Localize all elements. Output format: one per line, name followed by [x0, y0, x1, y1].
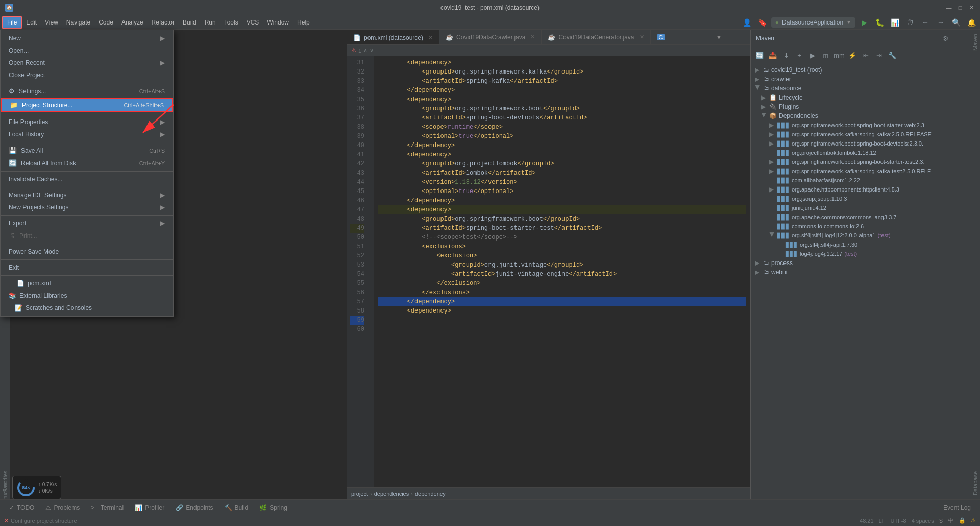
breadcrumb-dependencies[interactable]: dependencies [374, 491, 409, 497]
maven-dep-5[interactable]: ▶ ▊▊▊ org.springframework.boot:spring-bo… [751, 157, 970, 166]
menu-file-properties[interactable]: File Properties ▶ [1, 116, 173, 128]
menu-exit[interactable]: Exit [1, 261, 173, 274]
menu-open[interactable]: Open... [1, 44, 173, 57]
maven-close-btn[interactable]: — [953, 33, 965, 44]
maven-dep-9[interactable]: ▶ ▊▊▊ org.jsoup:jsoup:1.10.3 [751, 194, 970, 203]
menu-reload[interactable]: 🔄 Reload All from Disk Ctrl+Alt+Y [1, 157, 173, 170]
menu-open-recent[interactable]: Open Recent ▶ [1, 57, 173, 69]
menu-tools[interactable]: Tools [220, 17, 242, 28]
close-btn[interactable]: ✕ [968, 4, 975, 11]
coverage-btn[interactable]: 📊 [888, 16, 901, 29]
menu-save-all[interactable]: 💾 Save All Ctrl+S [1, 144, 173, 157]
menu-navigate[interactable]: Navigate [62, 17, 94, 28]
maven-expand-btn[interactable]: ⇥ [873, 50, 885, 61]
maven-dep-4[interactable]: ▶ ▊▊▊ org.projectlombok:lombok:1.18.12 [751, 148, 970, 157]
tab-profiler[interactable]: 📊 Profiler [130, 502, 169, 513]
performance-widget[interactable]: 84× ↑ 0.7K/s ↓ 0K/s [12, 476, 61, 499]
search-everywhere-btn[interactable]: 🔍 [949, 16, 963, 29]
menu-new-projects[interactable]: New Projects Settings ▶ [1, 201, 173, 213]
tab-pom-xml[interactable]: 📄 pom.xml (datasource) ✕ [347, 30, 439, 44]
maven-add-btn[interactable]: + [794, 50, 805, 61]
sidebar-structure-icon[interactable]: Structure [0, 488, 10, 498]
tab-problems[interactable]: ⚠ Problems [40, 502, 85, 513]
tabs-overflow-btn[interactable]: ▼ [712, 30, 726, 44]
maven-reimport-btn[interactable]: 📥 [767, 50, 778, 61]
maven-lifecycle[interactable]: ▶ 📋 Lifecycle [751, 93, 970, 102]
menu-edit[interactable]: Edit [22, 17, 41, 28]
menu-code[interactable]: Code [94, 17, 117, 28]
maven-plugins[interactable]: ▶ 🔌 Plugins [751, 102, 970, 111]
maven-dep-10[interactable]: ▶ ▊▊▊ junit:junit:4.12 [751, 203, 970, 212]
maven-dep-2[interactable]: ▶ ▊▊▊ org.springframework.kafka:spring-k… [751, 130, 970, 139]
generator-close[interactable]: ✕ [640, 34, 644, 40]
pom-xml-close[interactable]: ✕ [428, 34, 433, 41]
tab-crawler[interactable]: ☕ Covid19DataCrawler.java ✕ [439, 30, 542, 44]
code-content[interactable]: <dependency> <groupId>org.springframewor… [374, 56, 750, 487]
profile-btn[interactable]: ⏱ [903, 16, 917, 29]
database-sidebar-label[interactable]: Database [970, 467, 980, 499]
minimize-btn[interactable]: — [945, 4, 952, 11]
tab-event-log[interactable]: Event Log [938, 502, 976, 513]
maven-dep-8[interactable]: ▶ ▊▊▊ org.apache.httpcomponents:httpclie… [751, 185, 970, 194]
maven-dep-1[interactable]: ▶ ▊▊▊ org.springframework.boot:spring-bo… [751, 121, 970, 130]
maven-refresh-btn[interactable]: 🔄 [754, 50, 765, 61]
maven-dep-6[interactable]: ▶ ▊▊▊ org.springframework.kafka:spring-k… [751, 166, 970, 176]
maven-dep-slf4j-api[interactable]: ▶ ▊▊▊ org.slf4j:slf4j-api:1.7.30 [751, 240, 970, 249]
maven-run-mm-btn[interactable]: mm [834, 50, 845, 61]
maximize-btn[interactable]: □ [957, 4, 964, 11]
maven-crawler[interactable]: ▶ 🗂 crawler [751, 75, 970, 84]
maven-wrench-btn[interactable]: 🔧 [887, 50, 898, 61]
commit-icon[interactable]: 👤 [741, 16, 754, 29]
maven-dep-slf4j[interactable]: ▶ ▊▊▊ org.slf4j:slf4j-log4j12:2.0.0-alph… [751, 231, 970, 240]
menu-manage-ide[interactable]: Manage IDE Settings ▶ [1, 189, 173, 201]
maven-run-btn[interactable]: ▶ [807, 50, 818, 61]
maven-run-lightning-btn[interactable]: ⚡ [847, 50, 858, 61]
menu-new[interactable]: New ▶ [1, 32, 173, 44]
back-btn[interactable]: ← [919, 16, 932, 29]
menu-settings[interactable]: ⚙ Settings... Ctrl+Alt+S [1, 85, 173, 98]
tab-endpoints[interactable]: 🔗 Endpoints [170, 502, 218, 513]
menu-project-structure[interactable]: 📁 Project Structure... Ctrl+Alt+Shift+S [1, 98, 173, 112]
maven-covid19-root[interactable]: ▶ 🗂 covid19_test (root) [751, 65, 970, 75]
tab-spring[interactable]: 🌿 Spring [254, 502, 292, 513]
menu-view[interactable]: View [41, 17, 62, 28]
notifications-btn[interactable]: 🔔 [965, 16, 978, 29]
menu-analyze[interactable]: Analyze [117, 17, 148, 28]
menu-run[interactable]: Run [201, 17, 220, 28]
menu-refactor[interactable]: Refactor [148, 17, 179, 28]
menu-vcs[interactable]: VCS [242, 17, 263, 28]
update-icon[interactable]: 🔖 [756, 16, 769, 29]
maven-dependencies[interactable]: ▶ 📦 Dependencies [751, 111, 970, 121]
menu-build[interactable]: Build [179, 17, 201, 28]
tree-external-libs[interactable]: 📚 External Libraries [1, 290, 173, 302]
breadcrumb-dependency[interactable]: dependency [415, 491, 446, 497]
menu-help[interactable]: Help [293, 17, 314, 28]
tab-terminal[interactable]: >_ Terminal [86, 502, 129, 513]
maven-run-m-btn[interactable]: m [820, 50, 831, 61]
maven-dep-log4j[interactable]: ▶ ▊▊▊ log4j:log4j:1.2.17 (test) [751, 249, 970, 258]
maven-dep-3[interactable]: ▶ ▊▊▊ org.springframework.boot:spring-bo… [751, 139, 970, 148]
maven-sidebar-label[interactable]: Maven [970, 30, 980, 55]
run-btn[interactable]: ▶ [857, 16, 871, 29]
forward-btn[interactable]: → [934, 16, 947, 29]
tree-pom-xml[interactable]: 📄 pom.xml [1, 277, 173, 290]
maven-collapse-btn[interactable]: ⇤ [860, 50, 871, 61]
debug-btn[interactable]: 🐛 [873, 16, 886, 29]
menu-power-save[interactable]: Power Save Mode [1, 246, 173, 258]
tab-todo[interactable]: ✓ TODO [4, 502, 39, 513]
tab-generator[interactable]: ☕ Covid19DataGenerator.java ✕ [542, 30, 650, 44]
maven-dep-7[interactable]: ▶ ▊▊▊ com.alibaba:fastjson:1.2.22 [751, 176, 970, 185]
code-editor[interactable]: 31323334 35363738 39404142 43444546 4748… [347, 56, 750, 487]
maven-datasource[interactable]: ▶ 🗂 datasource [751, 84, 970, 93]
tree-scratches[interactable]: 📝 Scratches and Consoles [1, 302, 173, 314]
maven-process[interactable]: ▶ 🗂 process [751, 258, 970, 268]
crawler-close[interactable]: ✕ [530, 34, 535, 40]
maven-dep-12[interactable]: ▶ ▊▊▊ commons-io:commons-io:2.6 [751, 222, 970, 231]
tab-build[interactable]: 🔨 Build [219, 502, 254, 513]
tab-extra[interactable]: C [651, 30, 712, 44]
menu-window[interactable]: Window [263, 17, 293, 28]
menu-export[interactable]: Export ▶ [1, 217, 173, 229]
menu-invalidate[interactable]: Invalidate Caches... [1, 173, 173, 185]
menu-close-project[interactable]: Close Project [1, 69, 173, 81]
menu-local-history[interactable]: Local History ▶ [1, 128, 173, 140]
